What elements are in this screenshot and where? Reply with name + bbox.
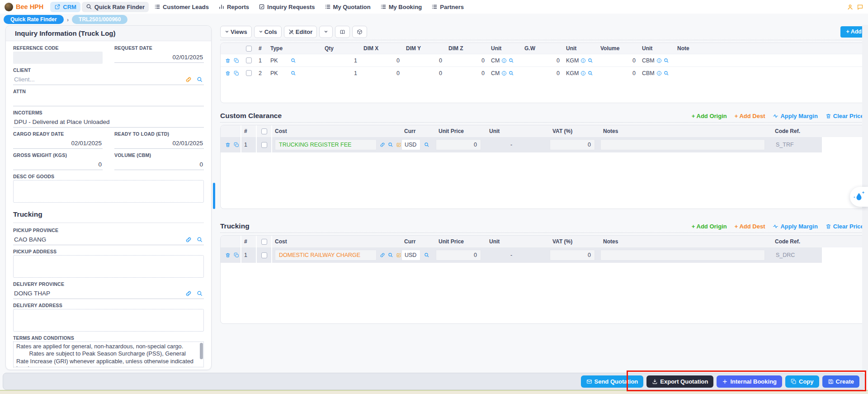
dim-z-field[interactable]: 0 bbox=[446, 57, 488, 64]
link-icon[interactable] bbox=[380, 142, 385, 147]
dim-x-field[interactable]: 0 bbox=[361, 57, 403, 64]
resize-handle-icon[interactable] bbox=[198, 196, 203, 201]
link-icon[interactable] bbox=[185, 237, 192, 243]
pickup-province-field[interactable]: CAO BANG bbox=[13, 234, 204, 245]
search-icon[interactable] bbox=[588, 71, 593, 76]
search-icon[interactable] bbox=[291, 71, 296, 76]
row-checkbox[interactable] bbox=[261, 142, 267, 148]
info-icon[interactable] bbox=[580, 71, 586, 76]
nav-item-customer-leads[interactable]: Customer Leads bbox=[150, 2, 213, 12]
dim-unit-field[interactable]: CM bbox=[488, 70, 522, 76]
info-icon[interactable] bbox=[656, 71, 662, 76]
notes-field[interactable] bbox=[600, 139, 765, 150]
select-all-checkbox[interactable] bbox=[261, 239, 267, 245]
resize-handle-icon[interactable] bbox=[198, 325, 203, 330]
panel-scrollbar-thumb[interactable] bbox=[213, 183, 215, 209]
search-icon[interactable] bbox=[424, 252, 429, 258]
qty-field[interactable]: 1 bbox=[322, 57, 361, 64]
create-button[interactable]: Create bbox=[822, 375, 859, 388]
search-icon[interactable] bbox=[509, 71, 514, 76]
dim-z-field[interactable]: 0 bbox=[446, 70, 488, 76]
search-icon[interactable] bbox=[388, 142, 393, 147]
info-icon[interactable] bbox=[501, 71, 507, 76]
apply-margin-link[interactable]: Apply Margin bbox=[773, 223, 817, 230]
delete-row-icon[interactable] bbox=[225, 252, 231, 258]
internal-booking-button[interactable]: Internal Booking bbox=[717, 375, 782, 388]
nav-item-inquiry-requests[interactable]: Inquiry Requests bbox=[255, 2, 319, 12]
apply-margin-link[interactable]: Apply Margin bbox=[773, 113, 817, 119]
search-icon[interactable] bbox=[664, 71, 669, 76]
link-icon[interactable] bbox=[185, 290, 192, 297]
delete-row-icon[interactable] bbox=[225, 58, 231, 63]
clear-prices-link[interactable]: Clear Prices bbox=[826, 223, 867, 230]
info-icon[interactable] bbox=[580, 58, 586, 63]
info-icon[interactable] bbox=[501, 58, 507, 63]
unit-price-field[interactable]: 0 bbox=[436, 139, 481, 150]
type-field[interactable]: PK bbox=[268, 70, 322, 76]
gross-weight-field[interactable]: 0 bbox=[13, 159, 103, 170]
search-icon[interactable] bbox=[664, 58, 669, 63]
vol-unit-field[interactable]: CBM bbox=[639, 70, 675, 76]
row-checkbox[interactable] bbox=[261, 252, 267, 258]
search-icon[interactable] bbox=[388, 252, 393, 258]
search-icon[interactable] bbox=[424, 142, 429, 147]
currency-field[interactable]: USD bbox=[401, 139, 420, 150]
copy-row-icon[interactable] bbox=[234, 252, 239, 258]
reference-code-field[interactable] bbox=[13, 52, 103, 64]
editor-button[interactable]: Editor bbox=[284, 26, 317, 38]
clear-prices-link[interactable]: Clear Prices bbox=[826, 113, 867, 119]
more-dropdown-button[interactable] bbox=[319, 26, 333, 38]
client-field[interactable]: Client... bbox=[13, 74, 204, 85]
nav-item-my-booking[interactable]: My Booking bbox=[376, 2, 426, 12]
chat-icon[interactable] bbox=[857, 4, 863, 10]
delivery-address-textarea[interactable] bbox=[13, 309, 204, 332]
copy-row-icon[interactable] bbox=[234, 58, 239, 63]
cost-field[interactable]: TRUCKING REGISTER FEE bbox=[275, 139, 377, 150]
volume-field[interactable]: 0 bbox=[114, 159, 204, 170]
copy-button[interactable]: Copy bbox=[785, 375, 819, 388]
info-icon[interactable] bbox=[656, 58, 662, 63]
unit-price-field[interactable]: 0 bbox=[436, 250, 481, 261]
export-quotation-button[interactable]: Export Quotation bbox=[646, 375, 713, 388]
qty-field[interactable]: 1 bbox=[322, 70, 361, 76]
gw-field[interactable]: 0 bbox=[522, 57, 563, 64]
edit-icon[interactable] bbox=[396, 252, 401, 258]
dim-x-field[interactable]: 0 bbox=[361, 70, 403, 76]
vol-unit-field[interactable]: CBM bbox=[639, 57, 675, 64]
row-checkbox[interactable] bbox=[246, 70, 252, 76]
ready-to-load-field[interactable]: 02/01/2025 bbox=[114, 138, 204, 149]
add-dest-link[interactable]: + Add Dest bbox=[735, 223, 765, 230]
dim-y-field[interactable]: 0 bbox=[403, 70, 446, 76]
unit-field[interactable]: - bbox=[486, 142, 550, 148]
book-view-button[interactable] bbox=[335, 26, 350, 38]
currency-field[interactable]: USD bbox=[401, 250, 420, 261]
request-date-field[interactable]: 02/01/2025 bbox=[114, 52, 204, 63]
edit-icon[interactable] bbox=[396, 142, 401, 147]
vat-field[interactable]: 0 bbox=[550, 250, 595, 261]
add-origin-link[interactable]: + Add Origin bbox=[692, 113, 727, 119]
add-origin-link[interactable]: + Add Origin bbox=[692, 223, 727, 230]
gw-unit-field[interactable]: KGM bbox=[563, 57, 598, 64]
attn-field[interactable] bbox=[13, 95, 204, 106]
search-icon[interactable] bbox=[197, 76, 203, 83]
views-button[interactable]: Views bbox=[220, 26, 252, 38]
search-icon[interactable] bbox=[588, 58, 593, 63]
notes-field[interactable] bbox=[600, 250, 765, 261]
link-icon[interactable] bbox=[380, 252, 385, 258]
send-quotation-button[interactable]: Send Quotation bbox=[581, 375, 644, 388]
terms-textarea[interactable]: Rates are applied for general, non-hazar… bbox=[13, 342, 204, 367]
dim-y-field[interactable]: 0 bbox=[403, 57, 446, 64]
volume-field[interactable]: 0 bbox=[598, 57, 639, 64]
nav-item-crm[interactable]: CRM bbox=[50, 2, 80, 12]
incoterms-field[interactable]: DPU - Delivered at Place Unloaded bbox=[13, 116, 204, 128]
nav-item-quick-rate-finder[interactable]: Quick Rate Finder bbox=[82, 2, 149, 12]
delete-row-icon[interactable] bbox=[225, 71, 231, 76]
nav-item-reports[interactable]: Reports bbox=[214, 2, 253, 12]
vat-field[interactable]: 0 bbox=[550, 139, 595, 150]
brand[interactable]: Bee HPH bbox=[5, 3, 43, 11]
package-button[interactable] bbox=[352, 26, 367, 38]
assistant-drop-widget[interactable] bbox=[850, 187, 868, 207]
copy-row-icon[interactable] bbox=[234, 71, 239, 76]
pickup-address-textarea[interactable] bbox=[13, 255, 204, 278]
cols-button[interactable]: Cols bbox=[254, 26, 282, 38]
